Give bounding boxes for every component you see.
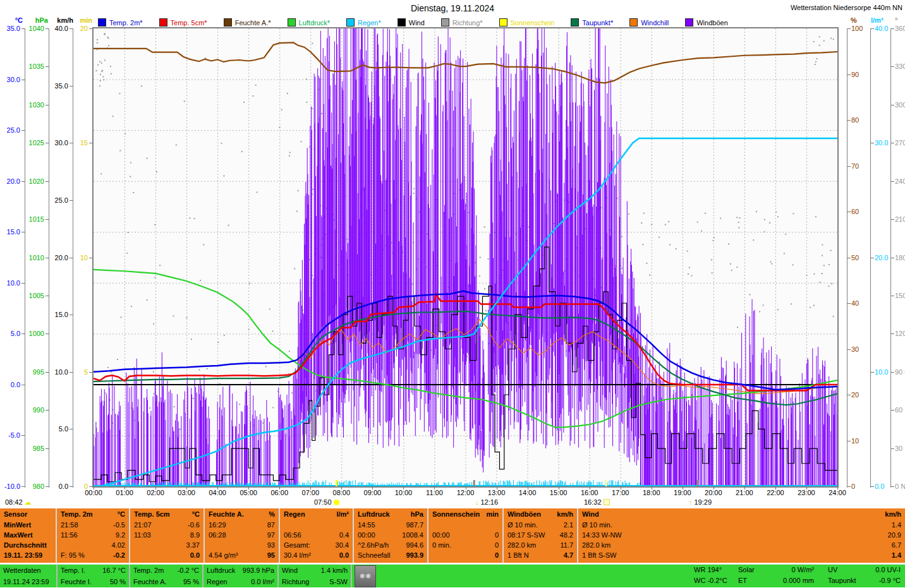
cell-value: 20.9 [888,530,901,540]
statusbar-row: Temp. I.16.7 °C [58,565,129,576]
axis-tick-label: 150 [895,292,905,299]
table-row: 14:33 W-NW20.9 [578,530,905,540]
column-title: Windböen [507,508,541,520]
table-row: 06:2897 [205,530,279,540]
table-column-header: Temp. 2m°C [57,508,129,520]
axis-unit: hPa [27,16,48,24]
cell-value: 1.4 [892,550,901,560]
time-label: 24:00 [825,489,850,496]
status-value: Solar [738,565,765,575]
axis-tick [891,486,894,487]
status-value: 0 W/m² [765,565,814,575]
axis-tick [891,410,894,411]
cell-value: 0.4 [339,530,349,540]
column-unit: km/h [885,508,901,520]
page-title: Dienstag, 19.11.2024 [0,3,905,13]
legend-label: Temp. 5cm* [171,19,207,27]
table-column-regen: Regenl/m²06:560.4Gesamt:30.430.4 l/m²0.0 [280,508,353,563]
time-label: 01:00 [112,489,137,496]
table-row: 08:17 S-SW48.2 [504,530,577,540]
table-row: 1 Bft N4.7 [504,550,577,560]
statusbar-row: Luftdruck993.9 hPa [203,565,277,576]
table-column-luftdruck: LuftdruckhPa14:55987.700:001008.4^2.6hPa… [354,508,427,563]
cell-value: 4.7 [564,550,573,560]
table-row: ^2.6hPa/h994.6 [354,540,427,550]
annotation-time: 16:32 [584,498,602,506]
status-label: Temp. I. [61,565,85,576]
time-label: 22:00 [763,489,788,496]
axis-tick-label: 90 [851,71,879,78]
axis-tick-label: 1035 [16,63,44,70]
cell-time: 11:03 [134,530,151,540]
legend-item-8: Taupunkt* [571,18,613,27]
table-row: Ø 10 min.1.4 [578,520,905,530]
axis-tick-label: 20 [851,392,879,399]
axis-unit: % [851,16,857,24]
table-row: 0 min.0 [428,540,502,550]
axis-tick [46,448,49,449]
column-title: Luftdruck [358,508,390,520]
table-row [280,520,353,530]
legend-label: Windchill [641,19,669,27]
table-column-feuchte-a-: Feuchte A.%16:298706:2897934.54 g/m³95 [205,508,279,563]
arrow-up-icon: ↑ [689,499,693,505]
status-bar: Wetterdaten19.11.24 23:59Temp. I.16.7 °C… [0,564,905,587]
column-title: Feuchte A. [209,508,244,520]
column-title: Sensor [4,508,27,520]
cell-time: 21:58 [61,520,78,530]
column-title: Regen [284,508,305,520]
axis-tick-label: 30 [851,346,879,353]
statusbar-row: Wetterdaten [0,565,56,576]
axis-tick [847,349,851,350]
cell-time: Gesamt: [284,540,310,550]
axis-tick-label: 120 [895,330,905,337]
axis-tick [847,303,851,304]
status-label: Regen [207,577,227,587]
axis-tick-label: 180 S [895,255,905,261]
column-title: Temp. 5cm [134,508,170,520]
legend-item-3: Luftdruck* [288,18,331,27]
table-column-header: Windböenkm/h [504,508,577,520]
cell-value: 0 [495,550,499,560]
statusbar-row: RichtungS-SW [279,576,351,587]
column-title: Sonnenschein [432,508,480,520]
column-unit: % [269,508,275,520]
annotation-time: 12:16 [481,498,499,506]
cell-value: 6.7 [892,540,901,550]
table-column-header: Temp. 5cm°C [130,508,203,520]
column-title: Temp. 2m [61,508,93,520]
axis-tick [70,429,73,429]
axis-tick [21,232,25,232]
cell-value: 994.6 [406,540,423,550]
axis-tick [46,105,49,105]
time-label: 09:00 [360,489,385,496]
time-label: 16:00 [577,489,602,496]
time-label: 21:00 [732,489,757,496]
axis-tick [847,486,851,487]
table-row: 30.4 l/m²0.0 [280,550,353,560]
legend-label: Regen* [358,19,381,27]
cell-value: 0 [495,540,499,550]
weather-condition-icon: ❄❄ [355,565,376,587]
time-label: 05:00 [236,489,261,496]
column-unit: min [486,508,499,520]
cell-value: 30.4 [336,540,349,550]
axis-tick-label: 70 [851,163,879,170]
column-unit: l/m² [336,508,349,520]
axis-unit: l/m² [871,16,884,24]
axis-tick-label: 5.0 [40,426,68,433]
statusbar-section: Wetterdaten19.11.24 23:59 [0,565,58,587]
statusbar-row: Temp. 2m-0.2 °C [130,565,202,576]
axis-tick-label: 1020 [16,178,44,185]
time-label: 17:00 [608,489,633,496]
status-value: WC -0.2°C [694,575,731,586]
table-row: 11:038.9 [130,530,203,540]
table-row: 16:2987 [205,520,279,530]
row-label: Durchschnitt [4,540,47,550]
axis-line [890,28,891,488]
table-row: 21:07-0.6 [130,520,203,530]
legend-label: Luftdruck* [299,19,331,27]
axis-tick-label: 25.0 [40,197,68,204]
weather-chart-canvas [94,28,837,486]
table-column-sensor: SensorMinWertMaxWertDurchschnitt19.11. 2… [0,508,56,563]
